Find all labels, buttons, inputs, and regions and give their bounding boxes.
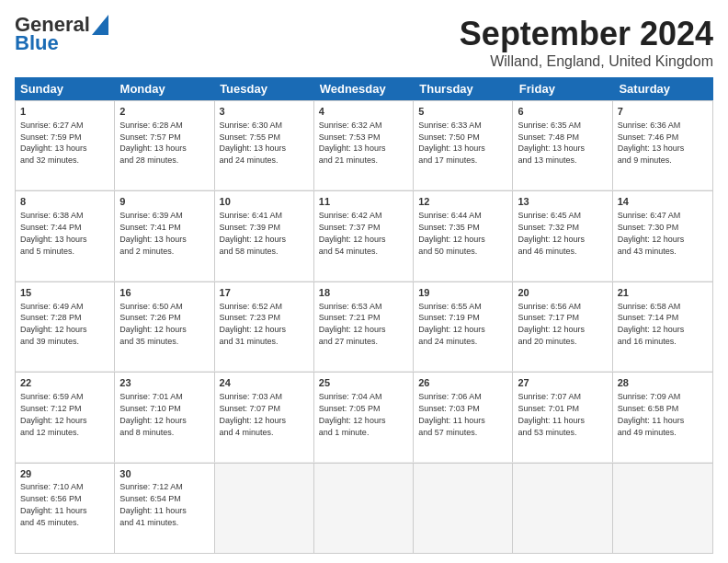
- day-number: 2: [119, 105, 209, 119]
- logo-triangle-icon: [92, 15, 108, 35]
- calendar-cell: 13Sunrise: 6:45 AM Sunset: 7:32 PM Dayli…: [513, 191, 612, 281]
- calendar: SundayMondayTuesdayWednesdayThursdayFrid…: [15, 77, 713, 554]
- day-info: Sunrise: 6:44 AM Sunset: 7:35 PM Dayligh…: [418, 211, 485, 255]
- day-info: Sunrise: 6:53 AM Sunset: 7:21 PM Dayligh…: [319, 302, 386, 346]
- day-info: Sunrise: 7:09 AM Sunset: 6:58 PM Dayligh…: [618, 392, 685, 436]
- day-number: 28: [618, 376, 708, 390]
- calendar-cell: 11Sunrise: 6:42 AM Sunset: 7:37 PM Dayli…: [314, 191, 414, 281]
- calendar-cell: 6Sunrise: 6:35 AM Sunset: 7:48 PM Daylig…: [513, 101, 612, 190]
- day-number: 6: [518, 105, 607, 119]
- day-info: Sunrise: 6:45 AM Sunset: 7:32 PM Dayligh…: [518, 211, 585, 255]
- calendar-cell: 28Sunrise: 7:09 AM Sunset: 6:58 PM Dayli…: [613, 373, 712, 462]
- calendar-cell: 16Sunrise: 6:50 AM Sunset: 7:26 PM Dayli…: [115, 282, 214, 372]
- day-info: Sunrise: 7:10 AM Sunset: 6:56 PM Dayligh…: [20, 482, 87, 526]
- calendar-cell: 26Sunrise: 7:06 AM Sunset: 7:03 PM Dayli…: [414, 373, 513, 462]
- day-number: 17: [220, 286, 309, 300]
- day-number: 30: [119, 467, 209, 481]
- calendar-cell: 21Sunrise: 6:58 AM Sunset: 7:14 PM Dayli…: [613, 282, 712, 372]
- calendar-cell: 30Sunrise: 7:12 AM Sunset: 6:54 PM Dayli…: [115, 464, 214, 553]
- day-number: 20: [518, 286, 607, 300]
- calendar-cell: 19Sunrise: 6:55 AM Sunset: 7:19 PM Dayli…: [414, 282, 513, 372]
- day-number: 1: [20, 105, 109, 119]
- day-number: 4: [319, 105, 408, 119]
- day-number: 18: [319, 286, 408, 300]
- day-info: Sunrise: 6:33 AM Sunset: 7:50 PM Dayligh…: [418, 121, 485, 165]
- day-number: 29: [20, 467, 109, 481]
- weekday-header: Monday: [115, 77, 215, 100]
- day-number: 3: [220, 105, 309, 119]
- logo-blue: Blue: [15, 31, 59, 55]
- day-info: Sunrise: 6:52 AM Sunset: 7:23 PM Dayligh…: [220, 302, 287, 346]
- day-number: 24: [220, 376, 309, 390]
- day-info: Sunrise: 6:27 AM Sunset: 7:59 PM Dayligh…: [20, 121, 87, 165]
- calendar-cell: 27Sunrise: 7:07 AM Sunset: 7:01 PM Dayli…: [513, 373, 612, 462]
- calendar-cell: 14Sunrise: 6:47 AM Sunset: 7:30 PM Dayli…: [613, 191, 712, 281]
- day-number: 25: [319, 376, 408, 390]
- day-info: Sunrise: 7:07 AM Sunset: 7:01 PM Dayligh…: [518, 392, 585, 436]
- day-number: 21: [618, 286, 708, 300]
- calendar-cell: [414, 464, 513, 553]
- weekday-header: Friday: [514, 77, 614, 100]
- calendar-week: 29Sunrise: 7:10 AM Sunset: 6:56 PM Dayli…: [16, 464, 712, 553]
- title-block: September 2024 Willand, England, United …: [460, 15, 713, 70]
- day-info: Sunrise: 6:32 AM Sunset: 7:53 PM Dayligh…: [319, 121, 386, 165]
- calendar-cell: 10Sunrise: 6:41 AM Sunset: 7:39 PM Dayli…: [215, 191, 314, 281]
- calendar-cell: [314, 464, 414, 553]
- day-info: Sunrise: 6:49 AM Sunset: 7:28 PM Dayligh…: [20, 302, 87, 346]
- day-info: Sunrise: 6:28 AM Sunset: 7:57 PM Dayligh…: [119, 121, 187, 165]
- day-info: Sunrise: 6:55 AM Sunset: 7:19 PM Dayligh…: [418, 302, 485, 346]
- day-info: Sunrise: 6:38 AM Sunset: 7:44 PM Dayligh…: [20, 211, 87, 255]
- calendar-cell: 3Sunrise: 6:30 AM Sunset: 7:55 PM Daylig…: [215, 101, 314, 190]
- day-info: Sunrise: 6:42 AM Sunset: 7:37 PM Dayligh…: [319, 211, 386, 255]
- calendar-cell: 25Sunrise: 7:04 AM Sunset: 7:05 PM Dayli…: [314, 373, 414, 462]
- day-info: Sunrise: 7:06 AM Sunset: 7:03 PM Dayligh…: [418, 392, 485, 436]
- weekday-header: Tuesday: [214, 77, 314, 100]
- calendar-header: SundayMondayTuesdayWednesdayThursdayFrid…: [15, 77, 713, 100]
- day-number: 16: [119, 286, 209, 300]
- calendar-cell: 12Sunrise: 6:44 AM Sunset: 7:35 PM Dayli…: [414, 191, 513, 281]
- calendar-cell: 23Sunrise: 7:01 AM Sunset: 7:10 PM Dayli…: [115, 373, 214, 462]
- day-number: 22: [20, 376, 109, 390]
- page: General Blue September 2024 Willand, Eng…: [0, 0, 728, 563]
- day-info: Sunrise: 7:03 AM Sunset: 7:07 PM Dayligh…: [220, 392, 287, 436]
- calendar-body: 1Sunrise: 6:27 AM Sunset: 7:59 PM Daylig…: [15, 100, 713, 554]
- svg-marker-0: [92, 15, 108, 35]
- calendar-cell: 22Sunrise: 6:59 AM Sunset: 7:12 PM Dayli…: [16, 373, 115, 462]
- header: General Blue September 2024 Willand, Eng…: [15, 15, 713, 70]
- day-info: Sunrise: 6:39 AM Sunset: 7:41 PM Dayligh…: [119, 211, 187, 255]
- day-info: Sunrise: 6:56 AM Sunset: 7:17 PM Dayligh…: [518, 302, 585, 346]
- day-number: 9: [119, 195, 209, 209]
- day-info: Sunrise: 6:50 AM Sunset: 7:26 PM Dayligh…: [119, 302, 187, 346]
- calendar-cell: 2Sunrise: 6:28 AM Sunset: 7:57 PM Daylig…: [115, 101, 214, 190]
- day-number: 12: [418, 195, 507, 209]
- calendar-cell: 5Sunrise: 6:33 AM Sunset: 7:50 PM Daylig…: [414, 101, 513, 190]
- calendar-cell: [215, 464, 314, 553]
- day-number: 11: [319, 195, 408, 209]
- day-number: 15: [20, 286, 109, 300]
- calendar-cell: 18Sunrise: 6:53 AM Sunset: 7:21 PM Dayli…: [314, 282, 414, 372]
- day-number: 7: [618, 105, 708, 119]
- calendar-week: 8Sunrise: 6:38 AM Sunset: 7:44 PM Daylig…: [16, 191, 712, 282]
- day-number: 14: [618, 195, 708, 209]
- calendar-week: 15Sunrise: 6:49 AM Sunset: 7:28 PM Dayli…: [16, 282, 712, 373]
- day-info: Sunrise: 6:35 AM Sunset: 7:48 PM Dayligh…: [518, 121, 585, 165]
- calendar-cell: 15Sunrise: 6:49 AM Sunset: 7:28 PM Dayli…: [16, 282, 115, 372]
- calendar-week: 1Sunrise: 6:27 AM Sunset: 7:59 PM Daylig…: [16, 101, 712, 191]
- calendar-cell: 4Sunrise: 6:32 AM Sunset: 7:53 PM Daylig…: [314, 101, 414, 190]
- title-location: Willand, England, United Kingdom: [460, 53, 713, 70]
- calendar-cell: 17Sunrise: 6:52 AM Sunset: 7:23 PM Dayli…: [215, 282, 314, 372]
- day-info: Sunrise: 6:30 AM Sunset: 7:55 PM Dayligh…: [220, 121, 287, 165]
- weekday-header: Wednesday: [314, 77, 415, 100]
- day-info: Sunrise: 6:47 AM Sunset: 7:30 PM Dayligh…: [618, 211, 685, 255]
- day-info: Sunrise: 7:04 AM Sunset: 7:05 PM Dayligh…: [319, 392, 386, 436]
- calendar-cell: 20Sunrise: 6:56 AM Sunset: 7:17 PM Dayli…: [513, 282, 612, 372]
- day-info: Sunrise: 7:12 AM Sunset: 6:54 PM Dayligh…: [119, 482, 187, 526]
- calendar-cell: 24Sunrise: 7:03 AM Sunset: 7:07 PM Dayli…: [215, 373, 314, 462]
- day-number: 5: [418, 105, 507, 119]
- calendar-cell: 9Sunrise: 6:39 AM Sunset: 7:41 PM Daylig…: [115, 191, 214, 281]
- day-number: 13: [518, 195, 607, 209]
- day-info: Sunrise: 7:01 AM Sunset: 7:10 PM Dayligh…: [119, 392, 187, 436]
- calendar-cell: 8Sunrise: 6:38 AM Sunset: 7:44 PM Daylig…: [16, 191, 115, 281]
- day-number: 8: [20, 195, 109, 209]
- day-number: 19: [418, 286, 507, 300]
